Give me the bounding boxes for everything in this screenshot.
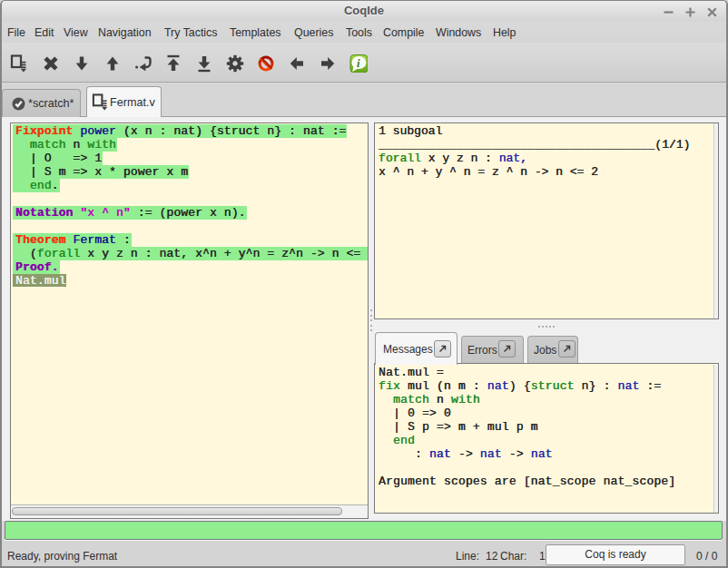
- svg-text:i: i: [357, 57, 360, 70]
